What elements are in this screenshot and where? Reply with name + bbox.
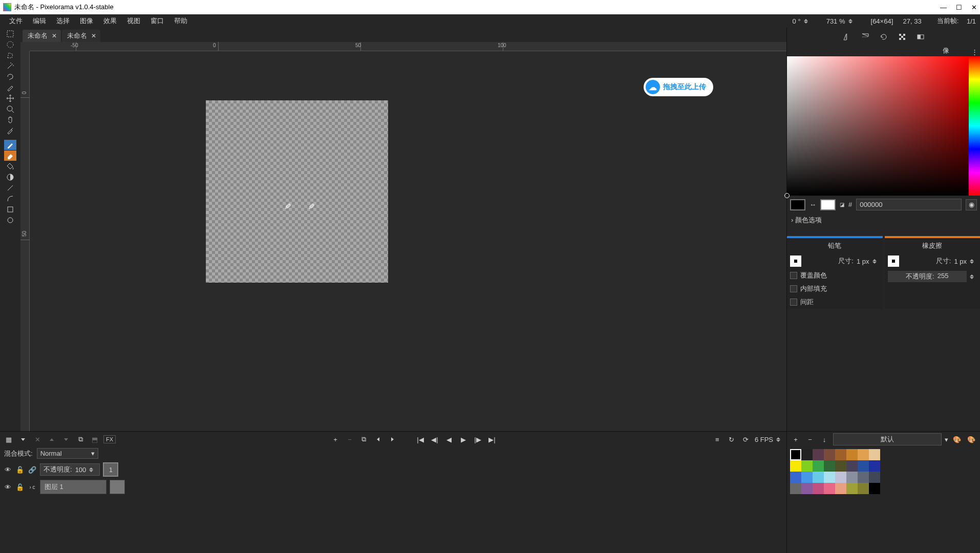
- menu-effects[interactable]: 效果: [98, 15, 122, 27]
- tool-rect[interactable]: [4, 204, 16, 215]
- frame-tag-button[interactable]: [373, 434, 384, 445]
- palette-color[interactable]: [858, 460, 869, 472]
- layer-type-dropdown[interactable]: [17, 434, 29, 445]
- layer-name[interactable]: 图层 1: [40, 480, 106, 494]
- minimize-icon[interactable]: —: [940, 4, 947, 11]
- palette-color[interactable]: [801, 483, 813, 494]
- size-value[interactable]: 1 px: [954, 258, 967, 265]
- layer-opacity-field[interactable]: 不透明度: 100: [40, 463, 100, 476]
- palette-color[interactable]: [801, 460, 813, 472]
- size-value[interactable]: 1 px: [857, 258, 869, 265]
- palette-color[interactable]: [835, 483, 846, 494]
- primary-color-swatch[interactable]: [790, 199, 805, 210]
- size-spinner[interactable]: [872, 259, 880, 264]
- opacity-field[interactable]: 不透明度: 255: [888, 271, 967, 282]
- clone-layer-button[interactable]: ⧉: [75, 434, 86, 445]
- tool-ellipse-select[interactable]: [4, 39, 16, 50]
- frame-header[interactable]: 1: [103, 462, 118, 477]
- close-icon[interactable]: ✕: [971, 4, 977, 11]
- chevron-right-icon[interactable]: ›: [791, 216, 793, 224]
- add-layer-button[interactable]: ▦: [3, 434, 14, 445]
- play-button[interactable]: ▶: [458, 434, 469, 445]
- gradient-icon[interactable]: [914, 30, 927, 44]
- sv-cursor[interactable]: [784, 193, 790, 198]
- palette-color[interactable]: [835, 449, 846, 460]
- fx-button[interactable]: FX: [103, 435, 116, 443]
- tool-magic-wand[interactable]: [4, 61, 16, 71]
- menu-select[interactable]: 选择: [51, 15, 75, 27]
- document-tab[interactable]: 未命名 ✕: [23, 30, 61, 42]
- secondary-color-swatch[interactable]: [820, 199, 836, 210]
- palette-color[interactable]: [858, 449, 869, 460]
- spacing-checkbox[interactable]: [790, 299, 797, 306]
- palette-color[interactable]: [801, 449, 813, 460]
- palette-color[interactable]: [858, 483, 869, 494]
- palette-color[interactable]: [869, 449, 880, 460]
- last-frame-button[interactable]: ▶|: [486, 434, 498, 445]
- tool-ellipse[interactable]: [4, 215, 16, 225]
- tool-move[interactable]: [4, 93, 16, 103]
- opacity-spinner[interactable]: [970, 274, 977, 279]
- palette-color[interactable]: [790, 472, 801, 483]
- palette-color[interactable]: [869, 483, 880, 494]
- reset-colors-icon[interactable]: ◪: [840, 202, 844, 207]
- palette-sort-button[interactable]: ↓: [819, 434, 830, 445]
- palette-color[interactable]: [824, 483, 835, 494]
- palette-color[interactable]: [790, 449, 801, 460]
- play-back-button[interactable]: ◀: [443, 434, 455, 445]
- loop-button[interactable]: ↻: [726, 434, 737, 445]
- maximize-icon[interactable]: ☐: [956, 4, 962, 11]
- swap-colors-icon[interactable]: ↔: [809, 201, 816, 208]
- layer-row[interactable]: 👁 🔓 › c 图层 1: [3, 479, 783, 495]
- tool-zoom[interactable]: [4, 104, 16, 114]
- cel[interactable]: [110, 480, 125, 494]
- frame-move-button[interactable]: [387, 434, 398, 445]
- tool-pencil[interactable]: [4, 140, 16, 150]
- tool-bucket[interactable]: [4, 161, 16, 172]
- menu-image[interactable]: 图像: [75, 15, 98, 27]
- tab-close-icon[interactable]: ✕: [52, 32, 57, 39]
- add-frame-button[interactable]: +: [330, 434, 341, 445]
- tool-line[interactable]: [4, 183, 16, 193]
- panel-menu-icon[interactable]: ⋮: [971, 48, 978, 56]
- fps-spinner[interactable]: [776, 437, 783, 442]
- merge-layer-button[interactable]: ⬒: [89, 434, 100, 445]
- hex-input[interactable]: [856, 199, 962, 210]
- tool-eraser[interactable]: [4, 151, 16, 161]
- hue-slider[interactable]: [969, 56, 980, 196]
- palette-color[interactable]: [835, 460, 846, 472]
- palette-color[interactable]: [846, 449, 858, 460]
- size-spinner[interactable]: [970, 259, 977, 264]
- first-frame-button[interactable]: |◀: [415, 434, 426, 445]
- brush-preview[interactable]: [790, 256, 801, 267]
- palette-color[interactable]: [824, 472, 835, 483]
- palette-add-button[interactable]: +: [790, 434, 801, 445]
- palette-color[interactable]: [813, 449, 824, 460]
- prev-frame-button[interactable]: ◀|: [429, 434, 440, 445]
- palette-color[interactable]: [824, 460, 835, 472]
- palette-color[interactable]: [846, 483, 858, 494]
- dither-icon[interactable]: [896, 30, 909, 44]
- palette-color[interactable]: [801, 472, 813, 483]
- fill-checkbox[interactable]: [790, 285, 797, 292]
- menu-window[interactable]: 窗口: [145, 15, 169, 27]
- palette-color[interactable]: [869, 472, 880, 483]
- expand-icon[interactable]: › c: [28, 484, 37, 490]
- palette-color[interactable]: [869, 460, 880, 472]
- clone-frame-button[interactable]: ⧉: [358, 434, 370, 445]
- onion-skin-button[interactable]: ≡: [712, 434, 723, 445]
- tool-color-picker[interactable]: [4, 125, 16, 136]
- next-frame-button[interactable]: |▶: [472, 434, 483, 445]
- menu-file[interactable]: 文件: [4, 15, 28, 27]
- tool-polygon-select[interactable]: [4, 50, 16, 60]
- remove-frame-button[interactable]: −: [344, 434, 355, 445]
- timeline-settings-button[interactable]: ⟳: [740, 434, 752, 445]
- color-sv-field[interactable]: [787, 56, 980, 196]
- palette-color[interactable]: [846, 472, 858, 483]
- lock-icon[interactable]: 🔓: [15, 483, 25, 491]
- upload-chip[interactable]: ☁ 拖拽至此上传: [644, 78, 713, 96]
- delete-layer-button[interactable]: ✕: [32, 434, 43, 445]
- tool-pan[interactable]: [4, 115, 16, 125]
- blend-mode-select[interactable]: Normal ▾: [37, 448, 98, 459]
- palette-color[interactable]: [846, 460, 858, 472]
